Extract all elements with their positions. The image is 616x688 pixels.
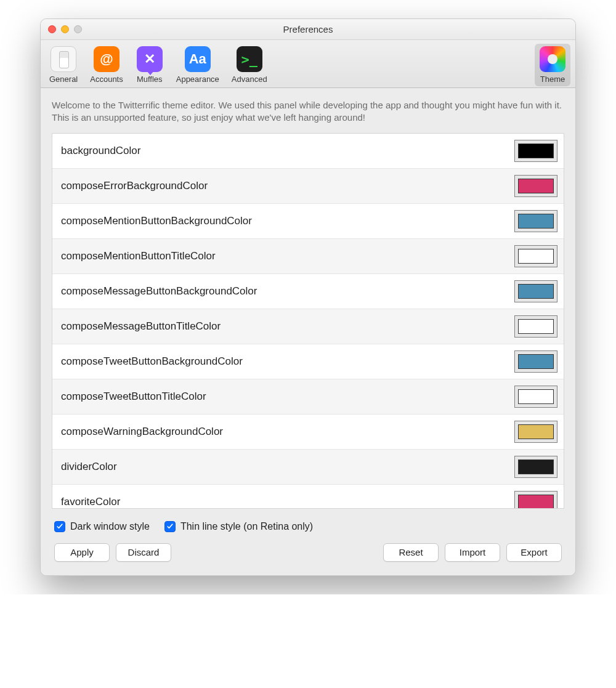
tab-label: General: [49, 75, 78, 84]
color-swatch-fill: [518, 354, 554, 369]
color-row[interactable]: composeTweetButtonTitleColor: [52, 379, 564, 415]
dark-window-checkbox[interactable]: Dark window style: [54, 521, 150, 532]
import-button[interactable]: Import: [445, 543, 500, 562]
color-swatch-fill: [518, 389, 554, 404]
color-swatch[interactable]: [514, 350, 557, 373]
tab-label: Accounts: [90, 75, 123, 84]
toolbar: General @ Accounts ✕ Muffles Aa Appearan…: [41, 40, 575, 88]
color-row[interactable]: composeWarningBackgroundColor: [52, 415, 564, 450]
color-swatch[interactable]: [514, 421, 557, 443]
color-swatch[interactable]: [514, 140, 557, 162]
discard-button[interactable]: Discard: [116, 543, 171, 562]
color-swatch-fill: [518, 319, 554, 334]
terminal-icon: >_: [237, 46, 262, 72]
color-swatch[interactable]: [514, 280, 557, 302]
tab-label: Advanced: [232, 75, 267, 84]
color-swatch-fill: [518, 179, 554, 193]
checkbox-label: Thin line style (on Retina only): [180, 521, 313, 532]
color-swatch-fill: [518, 495, 554, 509]
color-swatch[interactable]: [514, 175, 557, 197]
checkbox-label: Dark window style: [70, 521, 150, 532]
color-swatch[interactable]: [514, 315, 557, 338]
window-title: Preferences: [41, 24, 575, 34]
apply-button[interactable]: Apply: [54, 543, 110, 562]
export-button[interactable]: Export: [506, 543, 562, 562]
color-name-label: composeMessageButtonBackgroundColor: [61, 285, 257, 297]
switch-icon: [51, 46, 76, 72]
checkbox-icon: [164, 521, 176, 532]
tab-label: Theme: [540, 75, 565, 84]
color-table[interactable]: backgroundColorcomposeErrorBackgroundCol…: [52, 133, 564, 509]
thin-line-checkbox[interactable]: Thin line style (on Retina only): [164, 521, 313, 532]
color-swatch[interactable]: [514, 386, 557, 408]
color-swatch[interactable]: [514, 210, 557, 232]
color-swatch[interactable]: [514, 456, 557, 478]
reset-button[interactable]: Reset: [383, 543, 439, 562]
color-name-label: composeMessageButtonTitleColor: [61, 320, 221, 333]
color-row[interactable]: favoriteColor: [52, 485, 564, 509]
color-row[interactable]: backgroundColor: [52, 134, 564, 169]
tab-label: Muffles: [137, 75, 163, 84]
color-swatch-fill: [518, 214, 554, 229]
options-row: Dark window style Thin line style (on Re…: [52, 509, 564, 532]
color-name-label: dividerColor: [61, 461, 117, 473]
color-name-label: composeMentionButtonTitleColor: [61, 250, 216, 262]
color-row[interactable]: composeErrorBackgroundColor: [52, 169, 564, 204]
checkbox-icon: [54, 521, 65, 532]
titlebar: Preferences: [41, 19, 575, 40]
color-row[interactable]: composeMessageButtonBackgroundColor: [52, 274, 564, 309]
tab-theme[interactable]: Theme: [535, 44, 570, 86]
color-row[interactable]: composeMessageButtonTitleColor: [52, 309, 564, 344]
color-row[interactable]: dividerColor: [52, 450, 564, 485]
at-sign-icon: @: [94, 46, 120, 72]
color-name-label: composeMentionButtonBackgroundColor: [61, 215, 252, 227]
mute-icon: ✕: [137, 46, 163, 72]
font-icon: Aa: [185, 46, 211, 72]
tab-label: Appearance: [176, 75, 219, 84]
tab-advanced[interactable]: >_ Advanced: [228, 44, 271, 86]
button-row: Apply Discard Reset Import Export: [52, 532, 564, 564]
color-swatch-fill: [518, 249, 554, 264]
color-row[interactable]: composeMentionButtonBackgroundColor: [52, 204, 564, 239]
pane-theme: Welcome to the Twitterrific theme editor…: [41, 88, 575, 575]
color-swatch[interactable]: [514, 245, 557, 267]
tab-muffles[interactable]: ✕ Muffles: [132, 44, 168, 86]
color-swatch-fill: [518, 459, 554, 474]
intro-text: Welcome to the Twitterrific theme editor…: [52, 99, 564, 124]
color-name-label: composeTweetButtonBackgroundColor: [61, 355, 243, 368]
color-name-label: composeWarningBackgroundColor: [61, 426, 223, 438]
color-swatch[interactable]: [514, 491, 557, 509]
color-name-label: backgroundColor: [61, 145, 140, 157]
color-wheel-icon: [540, 46, 565, 72]
color-name-label: composeTweetButtonTitleColor: [61, 391, 206, 403]
color-row[interactable]: composeTweetButtonBackgroundColor: [52, 344, 564, 379]
color-swatch-fill: [518, 424, 554, 439]
tab-accounts[interactable]: @ Accounts: [86, 44, 126, 86]
color-swatch-fill: [518, 284, 554, 299]
preferences-window: Preferences General @ Accounts ✕ Muffles…: [40, 18, 576, 576]
tab-appearance[interactable]: Aa Appearance: [172, 44, 223, 86]
color-name-label: favoriteColor: [61, 496, 120, 508]
color-name-label: composeErrorBackgroundColor: [61, 180, 208, 192]
tab-general[interactable]: General: [46, 44, 81, 86]
color-row[interactable]: composeMentionButtonTitleColor: [52, 239, 564, 274]
color-swatch-fill: [518, 144, 554, 158]
